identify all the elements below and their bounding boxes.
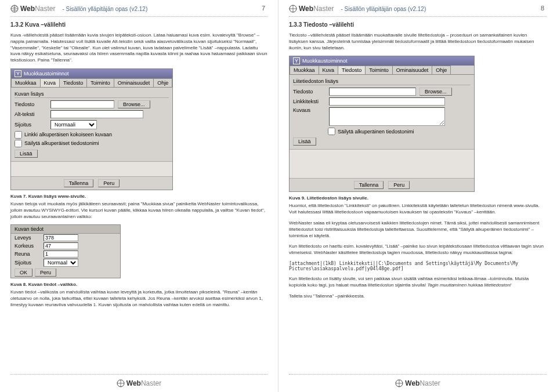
chk-label: Linkki alkuperäisen kokoiseen kuvaan [24, 132, 112, 137]
divider [10, 374, 267, 375]
tab-ohje[interactable]: Ohje [432, 66, 451, 74]
dialog-tabs: Muokkaa Kuva Tiedosto Toiminto Ominaisuu… [11, 78, 172, 88]
page-number-right: 8 [541, 5, 544, 12]
file-label: Tiedosto [293, 89, 325, 95]
reuna-label: Reuna [15, 251, 40, 257]
file-insert-dialog: Y Muokkaustoiminnot Muokkaa Kuva Tiedost… [289, 56, 475, 192]
section-heading: 1.3.3 Tiedosto –välilehti [289, 21, 547, 28]
brand-name: WebNaster [299, 5, 334, 13]
globe-icon [289, 5, 297, 13]
file-input[interactable] [329, 88, 416, 96]
chk-keep-filename[interactable] [15, 140, 22, 147]
peru-button[interactable]: Peru [388, 181, 410, 189]
sijoitus-select[interactable]: Normaali [50, 120, 97, 129]
dialog-tabs: Muokkaa Kuva Tiedosto Toiminto Ominaisuu… [290, 66, 474, 75]
image-insert-dialog: Y Muokkaustoiminnot Muokkaa Kuva Tiedost… [10, 68, 173, 190]
chk-keep-filename[interactable] [328, 128, 335, 135]
section-heading: 1.3.2 Kuva –välilehti [10, 21, 267, 28]
y-badge: Y [293, 57, 300, 64]
ok-button[interactable]: OK [15, 268, 32, 277]
preview-area [11, 161, 172, 176]
doc-title: - Sisällön ylläpitäjän opas (v2.12) [62, 6, 147, 12]
brand-logo: WebNaster [10, 5, 55, 13]
browse-button[interactable]: Browse... [419, 88, 452, 96]
lisaa-button[interactable]: Lisää [15, 150, 38, 158]
image-props-dialog: Kuvan tiedot Leveys Korkeus Reuna Sijoit… [10, 224, 121, 278]
page-header-right: WebNaster - Sisällön ylläpitäjän opas (v… [289, 5, 547, 13]
tab-ominaisuudet[interactable]: Ominaisuudet [114, 78, 154, 87]
globe-icon [117, 379, 125, 387]
y-badge: Y [15, 70, 21, 77]
group-title: Liitetiedoston lisäys [293, 78, 471, 85]
divider [289, 374, 547, 375]
paragraph: Talleta sivu "Tallenna" –painikkeesta. [289, 293, 547, 300]
file-label: Tiedosto [15, 101, 47, 107]
tab-tiedosto[interactable]: Tiedosto [59, 78, 87, 87]
doc-title: - Sisällön ylläpitäjän opas (v2.12) [341, 6, 426, 12]
tab-tiedosto[interactable]: Tiedosto [338, 66, 366, 74]
kuvaus-textarea[interactable] [329, 107, 445, 126]
group-title: Kuvan lisäys [15, 91, 169, 98]
leveys-input[interactable] [44, 234, 78, 241]
paragraph: Kun liitetiedosto on haettu esim. kovale… [289, 244, 547, 256]
paragraph: Huomioi, että liitetiedoston "Linkkiteks… [289, 203, 547, 216]
footer-logo: WebNaster [10, 379, 267, 387]
tab-muokkaa[interactable]: Muokkaa [290, 66, 319, 74]
dialog-titlebar: Y Muokkaustoiminnot [11, 69, 172, 78]
paragraph: Kuvan tiedot –valikosta on mahdollista v… [10, 289, 267, 308]
paragraph: Kuva -välilehdestä pääset lisäämään kuvi… [10, 32, 267, 64]
alt-label: Alt-teksti [15, 111, 47, 117]
smalldlg-title: Kuvan tiedot [11, 225, 120, 234]
divider [289, 16, 547, 17]
alt-input[interactable] [50, 110, 143, 118]
tab-toiminto[interactable]: Toiminto [365, 66, 393, 74]
tab-toiminto[interactable]: Toiminto [86, 78, 114, 87]
tab-muokkaa[interactable]: Muokkaa [11, 78, 41, 87]
tallenna-button[interactable]: Tallenna [354, 181, 384, 189]
dialog-titlebar: Y Muokkaustoiminnot [290, 56, 474, 66]
brand-name: WebNaster [20, 5, 55, 13]
tab-kuva[interactable]: Kuva [319, 66, 339, 74]
divider [10, 16, 267, 17]
caption-9: Kuva 9. Liitetiedoston lisäys sivulle. [289, 195, 547, 201]
korkeus-label: Korkeus [15, 243, 40, 249]
file-input[interactable] [50, 100, 114, 108]
dialog-title: Muokkaustoiminnot [302, 58, 348, 64]
page-number-left: 7 [262, 5, 265, 12]
leveys-label: Leveys [15, 235, 40, 241]
korkeus-input[interactable] [44, 242, 78, 249]
reuna-input[interactable] [44, 251, 78, 257]
linktext-input[interactable] [329, 97, 445, 106]
paragraph: Tiedosto –välilehdestä pääset lisäämään … [289, 32, 547, 51]
caption-8: Kuva 8. Kuvan tiedot –valikko. [10, 282, 267, 287]
paragraph: Kuvan tietoja voit muokata myös jälkikät… [10, 201, 267, 220]
paragraph: Kun liitetiedosto on lisätty sivulle, vo… [289, 276, 547, 289]
globe-icon [10, 5, 19, 13]
chk-link-original[interactable] [15, 131, 22, 139]
code-sample: [attachment|(1kB) Linkkiteksti||C:\Docum… [289, 261, 547, 271]
preview-area [290, 149, 474, 178]
sijoitus-label: Sijoitus [15, 260, 40, 266]
kuvaus-label: Kuvaus [293, 107, 325, 113]
browse-button[interactable]: Browse... [118, 100, 150, 108]
tab-kuva[interactable]: Kuva [40, 78, 60, 87]
page-header-left: WebNaster - Sisällön ylläpitäjän opas (v… [10, 5, 267, 13]
footer-logo: WebNaster [289, 379, 547, 387]
tab-ominaisuudet[interactable]: Ominaisuudet [392, 66, 433, 74]
chk-label: Säilytä alkuperäinen tiedostonimi [338, 129, 414, 135]
peru-button[interactable]: Peru [98, 179, 120, 187]
peru-button[interactable]: Peru [35, 268, 56, 277]
link-label: Linkkiteksti [293, 99, 325, 104]
tab-ohje[interactable]: Ohje [153, 78, 172, 87]
lisaa-button[interactable]: Lisää [293, 137, 316, 146]
chk-label: Säilytä alkuperäiset tiedostonimi [24, 140, 99, 146]
paragraph: WebNaster salaa eli kryptaa oletusarvois… [289, 220, 547, 239]
sijoitus-label: Sijoitus [15, 122, 47, 128]
brand-logo: WebNaster [289, 5, 334, 13]
caption-7: Kuva 7. Kuvan lisäys www-sivulle. [10, 194, 267, 199]
dialog-title: Muokkaustoiminnot [24, 71, 69, 77]
sijoitus-select[interactable]: Normaali [44, 259, 78, 267]
globe-icon [395, 379, 403, 387]
tallenna-button[interactable]: Tallenna [64, 179, 94, 187]
